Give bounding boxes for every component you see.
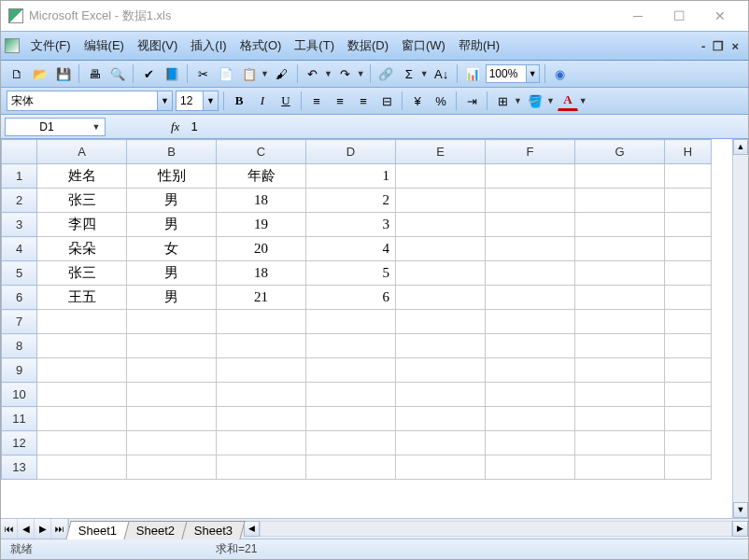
cell[interactable] xyxy=(396,261,486,286)
cell[interactable]: 21 xyxy=(217,286,306,310)
cell[interactable] xyxy=(665,237,712,261)
cell[interactable] xyxy=(37,310,127,334)
row-header[interactable]: 4 xyxy=(2,237,37,261)
cell[interactable] xyxy=(575,407,665,431)
cell[interactable]: 女 xyxy=(127,237,217,261)
cell[interactable] xyxy=(37,455,127,480)
cell[interactable]: 2 xyxy=(306,189,396,213)
cell[interactable] xyxy=(665,383,712,407)
cell[interactable] xyxy=(486,455,575,480)
font-color-button[interactable]: A xyxy=(558,91,578,111)
cell[interactable] xyxy=(396,431,486,455)
row-header[interactable]: 5 xyxy=(2,261,37,286)
chart-button[interactable]: 📊 xyxy=(462,63,483,84)
borders-dropdown[interactable]: ▼ xyxy=(514,96,522,105)
sheet-tab[interactable]: Sheet3 xyxy=(182,521,247,539)
autosum-dropdown[interactable]: ▼ xyxy=(420,69,429,78)
tab-prev-button[interactable]: ◀ xyxy=(18,519,35,539)
cell[interactable] xyxy=(486,407,575,431)
cell[interactable] xyxy=(665,213,712,237)
cell[interactable]: 性别 xyxy=(127,164,217,189)
cell[interactable] xyxy=(575,358,665,383)
row-header[interactable]: 2 xyxy=(2,189,37,213)
cell[interactable]: 6 xyxy=(306,286,396,310)
cell[interactable]: 20 xyxy=(217,237,306,261)
align-left-button[interactable]: ≡ xyxy=(306,91,327,111)
cell[interactable] xyxy=(396,189,486,213)
menu-insert[interactable]: 插入(I) xyxy=(185,35,232,57)
formula-input[interactable] xyxy=(187,119,744,133)
cell[interactable] xyxy=(665,189,712,213)
cell[interactable] xyxy=(217,334,306,358)
cell[interactable] xyxy=(575,310,665,334)
cell[interactable]: 姓名 xyxy=(37,164,127,189)
row-header[interactable]: 6 xyxy=(2,286,37,310)
cell[interactable]: 男 xyxy=(127,286,217,310)
cell[interactable] xyxy=(396,237,486,261)
autosum-button[interactable]: Σ xyxy=(399,63,419,84)
cell[interactable] xyxy=(396,383,486,407)
bold-button[interactable]: B xyxy=(229,91,249,111)
sheet-tab[interactable]: Sheet1 xyxy=(65,521,130,539)
row-header[interactable]: 8 xyxy=(2,334,37,358)
cell[interactable] xyxy=(396,358,486,383)
row-header[interactable]: 3 xyxy=(2,213,37,237)
cell[interactable] xyxy=(37,358,127,383)
cell[interactable] xyxy=(306,334,396,358)
cell[interactable] xyxy=(37,383,127,407)
cell[interactable] xyxy=(127,310,217,334)
menu-file[interactable]: 文件(F) xyxy=(25,35,77,57)
cell[interactable]: 李四 xyxy=(37,213,127,237)
align-right-button[interactable]: ≡ xyxy=(353,91,374,111)
menu-window[interactable]: 窗口(W) xyxy=(396,35,451,57)
scroll-down-button[interactable]: ▼ xyxy=(733,502,748,518)
cell[interactable] xyxy=(665,455,712,480)
cell[interactable]: 王五 xyxy=(37,286,127,310)
cell[interactable] xyxy=(486,213,575,237)
menu-view[interactable]: 视图(V) xyxy=(132,35,183,57)
font-size-dropdown[interactable]: ▼ xyxy=(203,91,218,110)
maximize-button[interactable]: ☐ xyxy=(658,3,700,29)
redo-button[interactable]: ↷ xyxy=(335,63,356,84)
cell[interactable] xyxy=(396,286,486,310)
cell[interactable] xyxy=(37,431,127,455)
cell[interactable] xyxy=(396,407,486,431)
cell[interactable] xyxy=(575,213,665,237)
cell[interactable] xyxy=(665,164,712,189)
cell[interactable] xyxy=(37,334,127,358)
cell[interactable]: 1 xyxy=(306,164,396,189)
cell[interactable] xyxy=(486,334,575,358)
cell[interactable]: 张三 xyxy=(37,189,127,213)
column-header[interactable]: C xyxy=(217,140,306,164)
font-color-dropdown[interactable]: ▼ xyxy=(579,96,587,105)
scroll-up-button[interactable]: ▲ xyxy=(733,139,748,155)
menu-help[interactable]: 帮助(H) xyxy=(453,35,505,57)
cell[interactable]: 男 xyxy=(127,213,217,237)
print-button[interactable]: 🖶 xyxy=(84,63,105,84)
new-button[interactable]: 🗋 xyxy=(7,63,27,84)
cell[interactable] xyxy=(486,431,575,455)
cell[interactable] xyxy=(575,261,665,286)
cell[interactable] xyxy=(306,455,396,480)
cell[interactable] xyxy=(486,261,575,286)
cell[interactable] xyxy=(127,407,217,431)
menu-edit[interactable]: 编辑(E) xyxy=(78,35,130,57)
mdi-minimize[interactable]: - xyxy=(701,39,705,53)
cell[interactable] xyxy=(127,358,217,383)
cell[interactable] xyxy=(306,358,396,383)
font-combo[interactable]: ▼ xyxy=(7,91,173,111)
fill-color-button[interactable]: 🪣 xyxy=(525,91,545,111)
cell[interactable] xyxy=(486,310,575,334)
column-header[interactable]: H xyxy=(665,140,712,164)
cell[interactable] xyxy=(127,383,217,407)
cell[interactable] xyxy=(217,310,306,334)
cell[interactable] xyxy=(217,383,306,407)
zoom-input[interactable] xyxy=(487,67,526,80)
cell[interactable]: 18 xyxy=(217,189,306,213)
borders-button[interactable]: ⊞ xyxy=(492,91,513,111)
cell[interactable] xyxy=(486,383,575,407)
vertical-scrollbar[interactable]: ▲ ▼ xyxy=(732,139,748,518)
redo-dropdown[interactable]: ▼ xyxy=(357,69,365,78)
cell[interactable] xyxy=(575,189,665,213)
cell[interactable] xyxy=(217,431,306,455)
